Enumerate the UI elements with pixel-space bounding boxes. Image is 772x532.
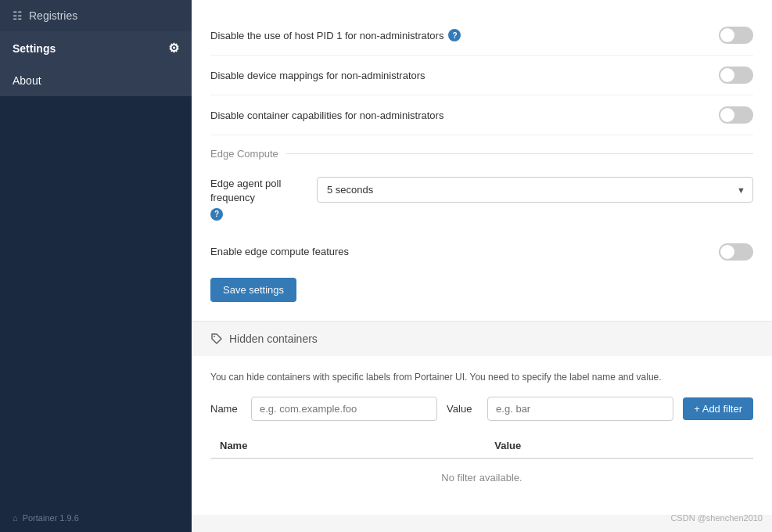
filter-row: Name Value + Add filter bbox=[210, 397, 753, 421]
table-col-value: Value bbox=[485, 433, 753, 458]
sidebar: ☷ Registries Settings ⚙ About ⌂ Portaine… bbox=[0, 0, 192, 532]
enable-edge-toggle[interactable] bbox=[719, 243, 753, 261]
sidebar-footer: ⌂ Portainer 1.9.6 bbox=[0, 504, 192, 532]
edge-agent-select[interactable]: 5 seconds 10 seconds 30 seconds 1 minute… bbox=[317, 177, 753, 203]
value-filter-input[interactable] bbox=[487, 397, 673, 421]
edge-agent-row: Edge agent poll frequency ? 5 seconds 10… bbox=[210, 166, 753, 232]
container-capabilities-label: Disable container capabilities for non-a… bbox=[210, 110, 443, 121]
sidebar-item-settings[interactable]: Settings ⚙ bbox=[0, 31, 192, 65]
enable-edge-label: Enable edge compute features bbox=[210, 246, 349, 257]
host-pid-setting-row: Disable the use of host PID 1 for non-ad… bbox=[210, 16, 753, 56]
no-filter-text: No filter available. bbox=[210, 458, 753, 496]
name-filter-label: Name bbox=[210, 403, 242, 415]
edge-agent-label: Edge agent poll frequency ? bbox=[210, 177, 304, 221]
section-header-bar: Hidden containers bbox=[192, 322, 772, 356]
container-capabilities-toggle[interactable] bbox=[719, 106, 753, 124]
device-mappings-label: Disable device mappings for non-administ… bbox=[210, 70, 425, 81]
device-mappings-setting-row: Disable device mappings for non-administ… bbox=[210, 56, 753, 95]
no-filter-row: No filter available. bbox=[210, 458, 753, 496]
value-filter-label: Value bbox=[447, 403, 478, 415]
hidden-containers-body: You can hide containers with specific la… bbox=[192, 356, 772, 515]
host-pid-label: Disable the use of host PID 1 for non-ad… bbox=[210, 29, 461, 41]
watermark: CSDN @shenchen2010 bbox=[670, 513, 763, 523]
svg-point-0 bbox=[214, 336, 215, 337]
gear-icon[interactable]: ⚙ bbox=[168, 41, 179, 56]
save-settings-button[interactable]: Save settings bbox=[210, 278, 296, 302]
host-pid-toggle[interactable] bbox=[719, 27, 753, 44]
sidebar-item-registries[interactable]: ☷ Registries bbox=[0, 0, 192, 31]
registries-icon: ☷ bbox=[13, 9, 23, 22]
edge-agent-help-icon[interactable]: ? bbox=[210, 208, 223, 221]
container-capabilities-setting-row: Disable container capabilities for non-a… bbox=[210, 95, 753, 135]
edge-agent-select-wrapper: 5 seconds 10 seconds 30 seconds 1 minute… bbox=[317, 177, 753, 203]
sidebar-item-about[interactable]: About bbox=[0, 65, 192, 96]
main-content: Disable the use of host PID 1 for non-ad… bbox=[192, 0, 772, 532]
hidden-containers-info: You can hide containers with specific la… bbox=[210, 370, 753, 384]
home-icon: ⌂ bbox=[13, 513, 18, 523]
name-filter-input[interactable] bbox=[251, 397, 437, 421]
table-header-row: Name Value bbox=[210, 433, 753, 458]
add-filter-button[interactable]: + Add filter bbox=[683, 397, 753, 420]
tag-icon bbox=[210, 332, 223, 345]
settings-panel: Disable the use of host PID 1 for non-ad… bbox=[192, 0, 772, 322]
table-col-name: Name bbox=[210, 433, 485, 458]
device-mappings-toggle[interactable] bbox=[719, 66, 753, 84]
filter-table: Name Value No filter available. bbox=[210, 433, 753, 496]
host-pid-help-icon[interactable]: ? bbox=[448, 29, 461, 41]
enable-edge-setting-row: Enable edge compute features bbox=[210, 232, 753, 271]
edge-compute-divider: Edge Compute bbox=[210, 148, 753, 160]
hidden-containers-section: Hidden containers You can hide container… bbox=[192, 322, 772, 515]
